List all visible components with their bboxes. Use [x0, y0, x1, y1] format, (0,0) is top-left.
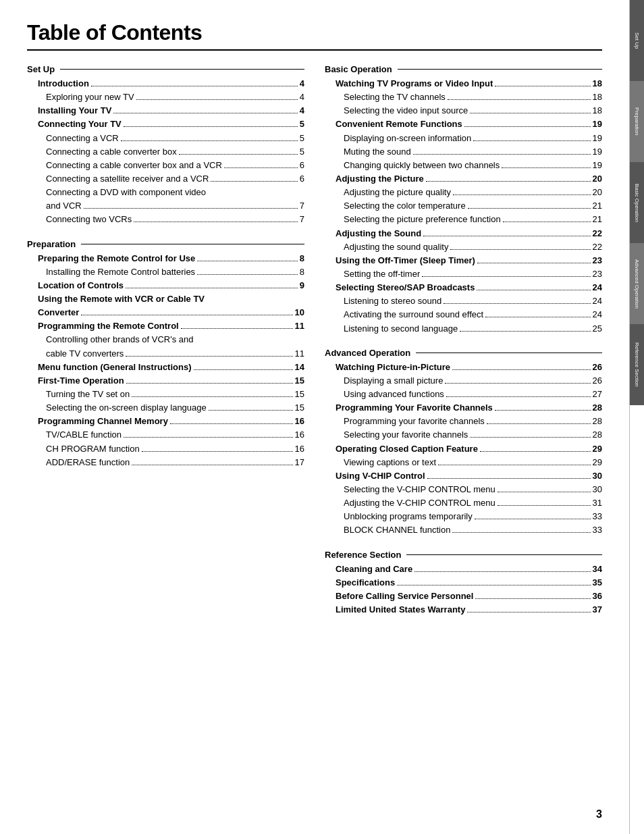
toc-entry: Selecting the picture preference functio… [325, 213, 602, 226]
entry-title: Selecting the TV channels [344, 90, 446, 104]
dots [470, 113, 590, 113]
entry-page: 6 [300, 159, 304, 172]
entry-page: 28 [593, 415, 602, 428]
toc-entry: Adjusting the sound quality 22 [325, 240, 602, 254]
dots [495, 86, 590, 86]
dots [197, 261, 297, 261]
entry-page: 17 [295, 456, 304, 469]
entry-page: 5 [300, 132, 304, 145]
toc-entry: Convenient Remote Functions 19 [325, 118, 602, 131]
section-line-reference [406, 554, 602, 555]
entry-page: 11 [295, 319, 304, 333]
toc-entry: Programming the Remote Control 11 [27, 319, 304, 333]
entry-page: 14 [295, 361, 304, 374]
toc-entry: Before Calling Service Personnel 36 [325, 590, 602, 603]
entry-title: Programming Channel Memory [38, 415, 168, 428]
dots [136, 99, 298, 100]
dots [475, 519, 591, 519]
entry-title: Preparing the Remote Control for Use [38, 252, 195, 265]
toc-entry-multiline: Controlling other brands of VCR's and ca… [27, 333, 304, 360]
toc-entry: Watching TV Programs or Video Input 18 [325, 77, 602, 90]
toc-entry: Setting the off-timer 23 [325, 267, 602, 281]
section-reference: Reference Section Cleaning and Care 34 S… [325, 550, 602, 617]
entry-page: 4 [300, 90, 304, 104]
dots [453, 194, 591, 195]
dots [121, 140, 298, 141]
entry-title: Programming Your Favorite Channels [336, 401, 493, 415]
entry-title: Connecting a VCR [46, 132, 119, 145]
entry-title: Adjusting the V-CHIP CONTROL menu [344, 496, 495, 510]
entry-title: Turning the TV set on [46, 388, 130, 401]
dots [448, 99, 591, 100]
dots [181, 328, 293, 329]
section-header-advanced: Advanced Operation [325, 348, 602, 358]
section-line-setup [60, 69, 304, 70]
entry-page: 4 [300, 104, 304, 118]
entry-page: 11 [295, 347, 304, 361]
entry-page: 16 [295, 442, 304, 456]
entry-title: Connecting Your TV [38, 118, 122, 131]
toc-entry: Viewing captions or text 29 [325, 456, 602, 469]
dots [126, 288, 298, 288]
entry-title: Convenient Remote Functions [336, 118, 462, 131]
entry-title: Selecting the picture preference functio… [344, 213, 501, 226]
dots [414, 571, 590, 572]
toc-entry: Connecting a satellite receiver and a VC… [27, 172, 304, 186]
toc-entry: Operating Closed Caption Feature 29 [325, 442, 602, 456]
entry-title: Using the Remote with VCR or Cable TV [38, 292, 304, 306]
entry-page: 26 [593, 374, 602, 388]
entry-page: 25 [593, 322, 602, 336]
entry-title-cont: and VCR [46, 199, 82, 213]
dots [467, 612, 590, 613]
entry-page: 34 [593, 563, 602, 576]
dots [224, 167, 298, 168]
entry-title: Selecting Stereo/SAP Broadcasts [336, 281, 475, 294]
entry-title: TV/CABLE function [46, 428, 122, 442]
section-header-basic: Basic Operation [325, 64, 602, 74]
dots [485, 317, 590, 317]
entry-page: 16 [295, 415, 304, 428]
toc-entry: Using the Off-Timer (Sleep Timer) 23 [325, 254, 602, 267]
entry-page: 30 [593, 483, 602, 496]
entry-title: Watching TV Programs or Video Input [336, 77, 493, 90]
section-line-advanced [416, 353, 602, 353]
entry-title: Connecting a DVD with component video [46, 186, 304, 199]
entry-page: 7 [300, 199, 304, 213]
toc-entry: Turning the TV set on 15 [27, 388, 304, 401]
entry-title: ADD/ERASE function [46, 456, 130, 469]
dots [470, 437, 590, 438]
entry-page: 29 [593, 456, 602, 469]
entry-title: Activating the surround sound effect [344, 308, 483, 321]
dots [426, 181, 591, 182]
sidebar-tab-preparation: Preparation [630, 81, 644, 162]
toc-entry: Programming Your Favorite Channels 28 [325, 401, 602, 415]
entry-title: Unblocking programs temporarily [344, 510, 473, 523]
entry-page: 19 [593, 145, 602, 159]
entry-page: 9 [300, 279, 304, 292]
dots [84, 208, 298, 209]
section-line-preparation [81, 244, 304, 244]
toc-entry-sub: Converter 10 [38, 306, 304, 319]
dots [475, 598, 590, 599]
toc-entry: Selecting the V-CHIP CONTROL menu 30 [325, 483, 602, 496]
dots [91, 86, 298, 86]
sidebar-tab-basic: Basic Operation [630, 162, 644, 243]
entry-title: Changing quickly between two channels [344, 159, 500, 172]
toc-entry: Cleaning and Care 34 [325, 563, 602, 576]
entry-page: 18 [593, 90, 602, 104]
entry-title: Muting the sound [344, 145, 411, 159]
section-title-reference: Reference Section [325, 550, 401, 560]
entry-title: Specifications [336, 576, 395, 590]
entry-title: Exploring your new TV [46, 90, 134, 104]
entry-page: 15 [295, 374, 304, 388]
dots [480, 451, 591, 452]
entry-page: 37 [593, 603, 602, 617]
toc-entry: Connecting a cable converter box and a V… [27, 159, 304, 172]
entry-title: Connecting two VCRs [46, 213, 132, 226]
entry-title: Limited United States Warranty [336, 603, 465, 617]
dots [445, 383, 590, 384]
section-advanced-operation: Advanced Operation Watching Picture-in-P… [325, 348, 602, 538]
dots [124, 126, 298, 127]
toc-entry-multiline: Using the Remote with VCR or Cable TV Co… [27, 292, 304, 319]
dots [473, 140, 590, 141]
